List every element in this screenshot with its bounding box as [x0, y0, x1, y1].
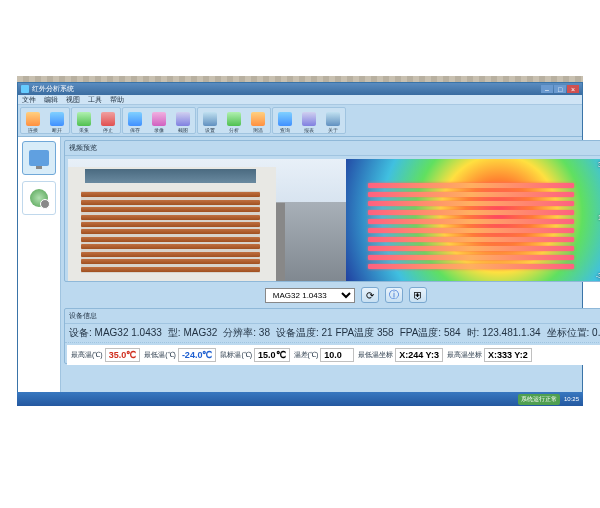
info-panel: 设备信息 设备: MAG32 1.0433 型: MAG32 分辨率: 38 设… — [64, 308, 600, 364]
info-icon: ⓘ — [389, 288, 399, 302]
device-info-row: 设备: MAG32 1.0433 型: MAG32 分辨率: 38 设备温度: … — [65, 324, 600, 343]
toolbar-settings[interactable]: 设置 — [199, 109, 221, 135]
window-title: 红外分析系统 — [32, 84, 74, 94]
globe-icon — [30, 189, 48, 207]
center-temp-label: 鼠标温(℃) — [220, 350, 252, 360]
menu-item[interactable]: 文件 — [22, 95, 36, 105]
toolbar-temp[interactable]: 测温 — [247, 109, 269, 135]
app-window: 红外分析系统 – □ × 文件 编辑 视图 工具 帮助 连接 断开 采集 停止 … — [17, 82, 583, 406]
app-icon — [21, 85, 29, 93]
toolbar-record[interactable]: 录像 — [148, 109, 170, 135]
avg-temp-label: 温差(℃) — [294, 350, 319, 360]
pos1-value: X:244 Y:3 — [395, 348, 443, 362]
info-button[interactable]: ⓘ — [385, 287, 403, 303]
center-temp-value: 15.0℃ — [254, 348, 290, 362]
pos1-label: 最低温坐标 — [358, 350, 393, 360]
toolbar-stop[interactable]: 停止 — [97, 109, 119, 135]
pos2-label: 最高温坐标 — [447, 350, 482, 360]
sidebar-monitor[interactable] — [22, 141, 56, 175]
shield-button[interactable]: ⛨ — [409, 287, 427, 303]
menu-item[interactable]: 工具 — [88, 95, 102, 105]
refresh-button[interactable]: ⟳ — [361, 287, 379, 303]
snap-icon — [176, 112, 190, 126]
capture-icon — [77, 112, 91, 126]
titlebar: 红外分析系统 – □ × — [18, 83, 582, 95]
video-panel: 视频预览 — [64, 140, 600, 282]
maximize-button[interactable]: □ — [554, 85, 566, 93]
menu-item[interactable]: 编辑 — [44, 95, 58, 105]
gear-icon — [203, 112, 217, 126]
max-temp-label: 最高温(℃) — [71, 350, 103, 360]
min-temp-value: -24.0℃ — [178, 348, 217, 362]
toolbar-disconnect[interactable]: 断开 — [46, 109, 68, 135]
disconnect-icon — [50, 112, 64, 126]
taskbar: 系统运行正常 10:25 — [17, 392, 583, 406]
pos2-value: X:333 Y:2 — [484, 348, 532, 362]
analyze-icon — [227, 112, 241, 126]
max-temp-value: 35.0℃ — [105, 348, 141, 362]
refresh-icon: ⟳ — [366, 290, 374, 301]
taskbar-time: 10:25 — [564, 396, 579, 402]
record-icon — [152, 112, 166, 126]
sidebar-browse[interactable] — [22, 181, 56, 215]
toolbar-about[interactable]: 关于 — [322, 109, 344, 135]
minimize-button[interactable]: – — [541, 85, 553, 93]
toolbar-report[interactable]: 报表 — [298, 109, 320, 135]
menu-item[interactable]: 视图 — [66, 95, 80, 105]
connect-icon — [26, 112, 40, 126]
toolbar-connect[interactable]: 连接 — [22, 109, 44, 135]
toolbar: 连接 断开 采集 停止 保存 录像 截图 设置 分析 测温 查询 报表 关于 — [18, 105, 582, 137]
readings-row: 最高温(℃)35.0℃ 最低温(℃)-24.0℃ 鼠标温(℃)15.0℃ 温差(… — [67, 345, 600, 365]
close-button[interactable]: × — [567, 85, 579, 93]
toolbar-capture[interactable]: 采集 — [73, 109, 95, 135]
query-icon — [278, 112, 292, 126]
stop-icon — [101, 112, 115, 126]
shield-icon: ⛨ — [413, 290, 423, 301]
avg-temp-value: 10.0 — [320, 348, 354, 362]
toolbar-snap[interactable]: 截图 — [172, 109, 194, 135]
toolbar-query[interactable]: 查询 — [274, 109, 296, 135]
save-icon — [128, 112, 142, 126]
video-panel-title: 视频预览 — [65, 141, 600, 156]
thermal-min: -30.9 — [596, 272, 600, 279]
min-temp-label: 最低温(℃) — [144, 350, 176, 360]
control-row: MAG32 1.0433 ⟳ ⓘ ⛨ — [64, 285, 600, 305]
menu-item[interactable]: 帮助 — [110, 95, 124, 105]
temp-icon — [251, 112, 265, 126]
taskbar-status[interactable]: 系统运行正常 — [518, 394, 560, 405]
report-icon — [302, 112, 316, 126]
info-panel-title: 设备信息 — [65, 309, 600, 324]
video-area[interactable]: 35.5 14.4 -30.9 — [68, 159, 600, 281]
toolbar-analyze[interactable]: 分析 — [223, 109, 245, 135]
monitor-icon — [29, 150, 49, 166]
toolbar-save[interactable]: 保存 — [124, 109, 146, 135]
menubar: 文件 编辑 视图 工具 帮助 — [18, 95, 582, 105]
device-selector[interactable]: MAG32 1.0433 — [265, 288, 355, 303]
about-icon — [326, 112, 340, 126]
sidebar — [18, 137, 61, 405]
thermal-camera-view: 35.5 14.4 -30.9 — [346, 159, 600, 281]
visible-camera-view — [68, 159, 346, 281]
